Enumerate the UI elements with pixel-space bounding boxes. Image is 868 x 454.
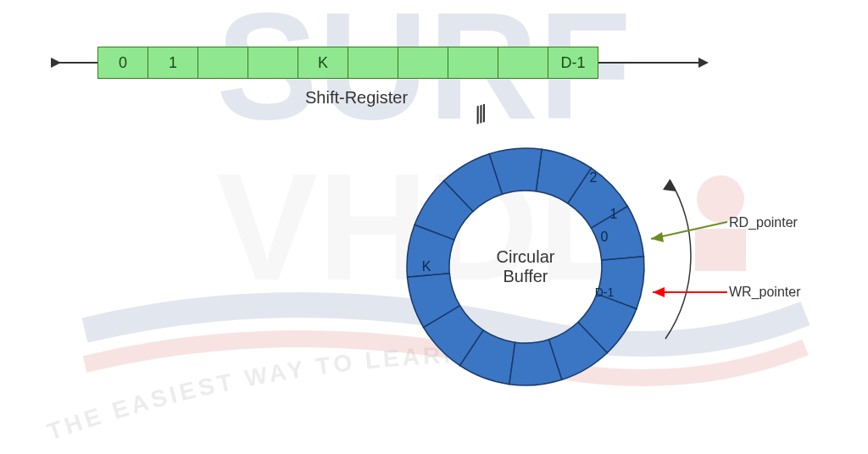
- seg-label-0: 0: [601, 230, 609, 244]
- circular-buffer-label: Circular Buffer: [497, 247, 555, 286]
- register-cells: 0 1 K D-1: [97, 47, 598, 79]
- seg-label-1: 1: [610, 207, 618, 221]
- cell-2: [198, 47, 248, 78]
- seg-label-2: 2: [590, 170, 598, 185]
- wr-pointer-label: WR_pointer: [729, 285, 800, 300]
- output-arrow: [598, 62, 700, 64]
- cell-8: [498, 47, 548, 78]
- cbuf-line2: Buffer: [504, 267, 548, 285]
- wr-pointer-arrowhead: [653, 287, 665, 297]
- input-arrow: [51, 62, 97, 64]
- circular-buffer: 0 1 2 K D-1 Circular Buffer: [398, 140, 653, 394]
- cell-0: 0: [98, 47, 148, 78]
- cell-dminus1: D-1: [548, 47, 598, 78]
- rd-pointer-label: RD_pointer: [729, 215, 798, 230]
- cell-7: [448, 47, 498, 78]
- cell-k: K: [298, 47, 348, 78]
- cbuf-line1: Circular: [497, 247, 555, 266]
- cell-6: [398, 47, 448, 78]
- cell-3: [248, 47, 298, 78]
- equivalence-marks: ///: [471, 101, 487, 130]
- seg-label-dminus1: D-1: [595, 285, 615, 299]
- shift-register: 0 1 K D-1: [51, 47, 700, 79]
- rd-pointer-arrow: [651, 222, 727, 239]
- cell-5: [348, 47, 398, 78]
- shift-register-label: Shift-Register: [305, 88, 408, 108]
- rd-pointer-arrowhead: [651, 232, 664, 242]
- cell-1: 1: [148, 47, 198, 78]
- rotation-arc: [665, 180, 691, 339]
- seg-label-k: K: [422, 259, 431, 274]
- rotation-arc-head: [663, 180, 676, 191]
